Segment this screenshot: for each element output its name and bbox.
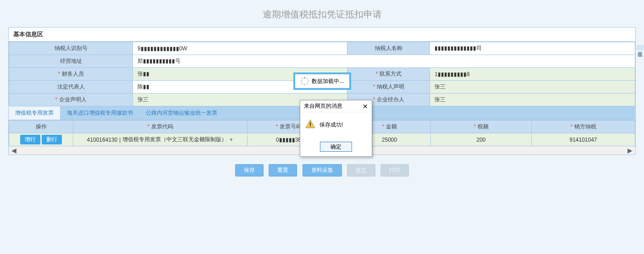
side-tab-support[interactable]: 在线客服: [637, 45, 644, 50]
label-taxpayer-id: 纳税人识别号: [9, 42, 133, 55]
message-dialog: 来自网页的消息 ✕ 保存成功! 确定: [300, 100, 372, 157]
loading-overlay: 数据加载中...: [293, 72, 351, 90]
dialog-title: 来自网页的消息: [304, 102, 342, 110]
label-contact: 联系方式: [347, 68, 430, 81]
dialog-message: 保存成功!: [319, 121, 343, 129]
dialog-ok-button[interactable]: 确定: [320, 142, 352, 152]
label-fin-staff: 财务人员: [9, 68, 133, 81]
panel-header: 基本信息区: [9, 28, 635, 42]
value-taxpayer-name: ▮▮▮▮▮▮▮▮▮▮▮▮▮司: [430, 42, 635, 55]
print-button: 打印: [380, 164, 409, 177]
value-corp-handler[interactable]: 张三: [430, 94, 635, 106]
label-legal-rep: 法定代表人: [9, 81, 133, 94]
footer-buttons: 保存 重置 资料采集 提交 打印: [0, 155, 644, 186]
col-op: 操作: [9, 121, 73, 133]
value-biz-addr: 郑▮▮▮▮▮▮▮▮▮▮号: [133, 55, 635, 68]
code-select-text: 增值税专用发票（中文三联无金额限制版）: [122, 136, 227, 144]
tab-road-river-transport[interactable]: 公路内河货物运输业统一发票: [139, 106, 224, 120]
tab-vat-invoice[interactable]: 增值税专用发票: [9, 106, 61, 120]
col-code: 发票代码: [73, 121, 248, 133]
add-row-button[interactable]: 增行: [20, 135, 40, 144]
page-title: 逾期增值税抵扣凭证抵扣申请: [0, 0, 644, 27]
cell-code[interactable]: 4100164130 | 增值税专用发票（中文三联无金额限制版） ▼: [73, 133, 248, 146]
label-corp-decl: 企业声明人: [9, 94, 133, 106]
close-icon[interactable]: ✕: [363, 103, 368, 110]
reset-button[interactable]: 重置: [269, 164, 297, 177]
chevron-down-icon[interactable]: ▼: [229, 137, 233, 142]
cell-seller[interactable]: 914101047: [532, 133, 635, 146]
save-button[interactable]: 保存: [235, 164, 264, 177]
spinner-icon: [301, 77, 309, 85]
code-prefix: 4100164130: [87, 137, 118, 143]
label-taxpayer-name: 纳税人名称: [347, 42, 430, 55]
label-tax-decl: 纳税人声明: [347, 81, 430, 94]
tab-customs-import[interactable]: 海关进口增值税专用缴款书: [61, 106, 139, 120]
collect-button[interactable]: 资料采集: [303, 164, 342, 177]
value-taxpayer-id: 9▮▮▮▮▮▮▮▮▮▮▮▮0W: [133, 42, 347, 55]
value-contact[interactable]: 1▮▮▮▮▮▮▮▮▮8: [430, 68, 635, 81]
label-biz-addr: 经营地址: [9, 55, 133, 68]
scroll-right-icon[interactable]: ▶: [627, 147, 633, 154]
warning-icon: [305, 119, 316, 131]
col-seller: 销方纳税: [532, 121, 635, 133]
col-tax: 税额: [431, 121, 532, 133]
svg-rect-1: [310, 126, 311, 127]
value-tax-decl[interactable]: 张三: [430, 81, 635, 94]
loading-text: 数据加载中...: [312, 77, 344, 85]
svg-rect-0: [310, 122, 311, 125]
cell-tax[interactable]: 200: [431, 133, 532, 146]
del-row-button[interactable]: 删行: [42, 135, 62, 144]
cell-op: 增行 删行: [9, 133, 73, 146]
scroll-left-icon[interactable]: ◀: [11, 147, 17, 154]
submit-button: 提交: [347, 164, 375, 177]
